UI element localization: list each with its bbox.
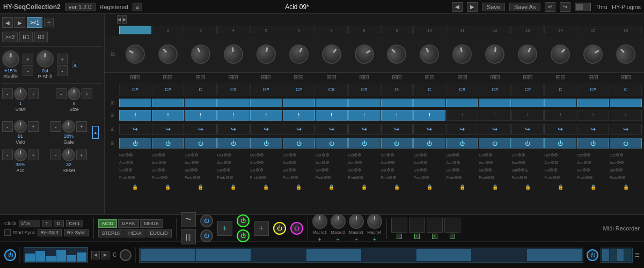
param-dot2-Prob-15[interactable]	[622, 176, 625, 179]
lock-cell-4[interactable]: 🔒	[250, 184, 282, 190]
note-cell-4[interactable]: G#	[250, 84, 282, 95]
power-step-10[interactable]: ⏻	[446, 138, 478, 148]
mini-sequencer[interactable]	[24, 247, 88, 263]
param-dot1-Sld-7[interactable]	[354, 168, 357, 172]
step-minus-15[interactable]: -	[626, 75, 631, 79]
step-minus-6[interactable]: -	[332, 75, 336, 79]
gate-up-btn[interactable]: +	[76, 121, 87, 132]
pshift-down-button[interactable]: -	[57, 65, 68, 76]
blue-step-13[interactable]	[544, 99, 576, 107]
macro-knob-0[interactable]	[312, 214, 327, 229]
redo-button[interactable]: ↪	[560, 2, 570, 12]
param-dot1-Acc-3[interactable]	[224, 161, 227, 164]
param-dot2-Acc-0[interactable]	[130, 161, 133, 164]
excl-step-0[interactable]: !	[119, 110, 151, 121]
shuffle-down-button[interactable]: -	[23, 65, 33, 76]
seq-knob-15[interactable]	[612, 40, 640, 68]
note-cell-12[interactable]: C#	[511, 84, 544, 95]
excl-step-10[interactable]: !	[446, 110, 478, 121]
curve-step-0[interactable]: ↪	[119, 124, 151, 135]
param-dot2-Prob-1[interactable]	[164, 176, 167, 179]
param-dot1-Oct-5[interactable]	[289, 153, 292, 157]
param-dot2-Sld-2[interactable]	[194, 168, 197, 172]
param-dot1-Oct-3[interactable]	[224, 153, 227, 157]
curve-step-12[interactable]: ↪	[511, 124, 544, 135]
seq-knob-3[interactable]	[222, 43, 244, 65]
param-dot1-Prob-10[interactable]	[455, 176, 458, 179]
macro-plus-3[interactable]: +	[372, 236, 376, 242]
seq-knob-0[interactable]	[122, 41, 148, 67]
mode-acid-button[interactable]: ACID	[98, 219, 118, 228]
blue-step-6[interactable]	[316, 99, 348, 107]
param-dot1-Acc-0[interactable]	[126, 161, 129, 164]
param-dot2-Sld-10[interactable]	[456, 168, 459, 172]
param-dot1-Prob-14[interactable]	[586, 176, 589, 179]
macro-plus-0[interactable]: +	[318, 236, 321, 242]
param-dot2-Oct-7[interactable]	[358, 153, 361, 157]
save-as-button[interactable]: Save As	[509, 3, 540, 11]
curve-step-5[interactable]: ↪	[283, 124, 315, 135]
re-start-button[interactable]: Re-Start	[38, 229, 62, 236]
blue-step-14[interactable]	[577, 99, 609, 107]
blue-step-15[interactable]	[610, 99, 642, 107]
power-step-2[interactable]: ⏻	[185, 138, 217, 148]
excl-step-6[interactable]: !	[316, 110, 348, 121]
seq-prev-button[interactable]: ◀	[2, 17, 13, 28]
excl-step-11[interactable]: !	[479, 110, 511, 121]
param-dot2-Prob-10[interactable]	[458, 176, 462, 179]
param-dot1-Sld-5[interactable]	[289, 168, 292, 172]
blue-step-0[interactable]	[119, 99, 151, 107]
param-dot2-Oct-0[interactable]	[129, 153, 133, 157]
vb-power-button[interactable]: ⏻	[4, 249, 16, 261]
param-dot1-Prob-6[interactable]	[324, 176, 327, 179]
param-dot1-Sld-9[interactable]	[420, 168, 423, 172]
step-minus-0[interactable]: -	[135, 75, 140, 79]
curve-step-1[interactable]: ↪	[152, 124, 184, 135]
power-step-13[interactable]: ⏻	[544, 138, 576, 148]
param-dot1-Prob-4[interactable]	[259, 176, 262, 179]
note-cell-5[interactable]: C#	[283, 84, 315, 95]
power-step-0[interactable]: ⏻	[119, 138, 151, 148]
param-dot1-Sld-14[interactable]	[583, 168, 586, 172]
curve-step-6[interactable]: ↪	[316, 124, 348, 135]
blue-step-10[interactable]	[446, 99, 478, 107]
param-dot2-Oct-8[interactable]	[391, 153, 394, 157]
param-dot2-Sld-7[interactable]	[358, 168, 361, 172]
seq-right-button[interactable]: ▶	[122, 15, 127, 24]
power-step-14[interactable]: ⏻	[577, 138, 609, 148]
step-minus-3[interactable]: -	[233, 75, 238, 79]
mode-step16-button[interactable]: STEP16	[98, 229, 124, 237]
step-minus-11[interactable]: -	[495, 75, 500, 79]
param-dot1-Oct-2[interactable]	[191, 153, 194, 157]
macro-box-plus-6[interactable]: +	[432, 234, 437, 239]
vb-mini-grid[interactable]	[601, 248, 633, 263]
param-dot1-Oct-7[interactable]	[354, 153, 357, 157]
excl-step-12[interactable]: !	[511, 110, 544, 121]
param-dot2-Prob-7[interactable]	[360, 176, 363, 179]
param-dot2-Sld-14[interactable]	[587, 168, 590, 172]
param-dot1-Sld-13[interactable]	[550, 168, 553, 172]
step-plus-9[interactable]: +	[425, 75, 429, 79]
macro-knob-3[interactable]	[367, 214, 382, 229]
blue-step-11[interactable]	[479, 99, 511, 107]
step-minus-9[interactable]: -	[430, 75, 434, 79]
power-step-12[interactable]: ⏻	[511, 138, 544, 148]
param-dot2-Sld-12[interactable]	[521, 168, 524, 172]
param-dot2-Oct-2[interactable]	[195, 153, 198, 157]
gt2-button[interactable]: ><2	[2, 32, 18, 42]
step-minus-14[interactable]: -	[594, 75, 598, 79]
param-dot2-Oct-12[interactable]	[522, 153, 525, 157]
param-dot2-Oct-15[interactable]	[620, 153, 623, 157]
macro-rect-5[interactable]	[409, 218, 425, 233]
param-dot2-Acc-5[interactable]	[293, 161, 296, 164]
excl-step-1[interactable]: !	[152, 110, 184, 121]
param-dot2-Prob-14[interactable]	[589, 176, 592, 179]
param-dot2-Acc-6[interactable]	[326, 161, 329, 164]
lock-cell-9[interactable]: 🔒	[413, 184, 445, 190]
power-step-8[interactable]: ⏻	[381, 138, 413, 148]
seq-next-button[interactable]: ▶	[14, 17, 25, 28]
macro-rect-4[interactable]	[391, 218, 407, 233]
param-dot1-Sld-8[interactable]	[387, 168, 390, 172]
param-dot1-Sld-6[interactable]	[321, 168, 325, 172]
blue-step-12[interactable]	[511, 99, 544, 107]
